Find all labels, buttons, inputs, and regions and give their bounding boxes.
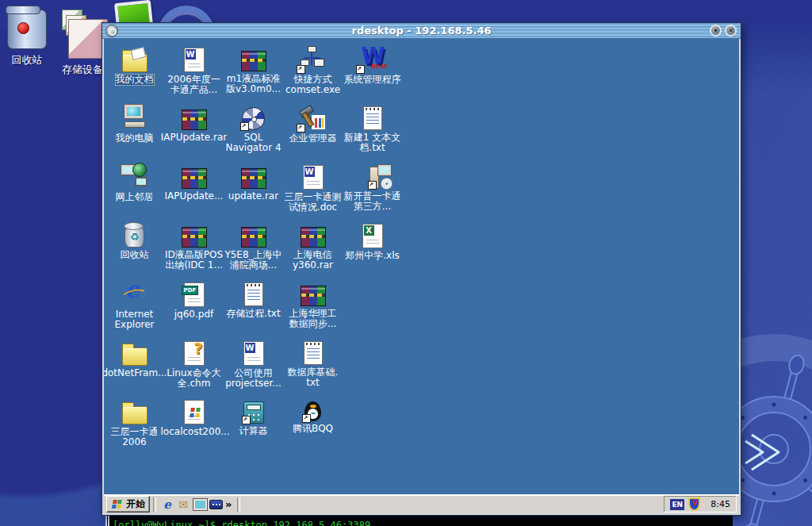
shortcut-arrow-icon: [368, 181, 377, 190]
empty-cell: [343, 280, 402, 339]
icon-label: 存储设备: [62, 63, 103, 75]
desktop-icon[interactable]: 存储过程.txt: [224, 280, 283, 339]
desktop-icon[interactable]: 2006年度一卡通产品...: [164, 45, 224, 104]
icon-label: 三层一卡通 2006: [105, 427, 164, 447]
notepad-icon: [304, 341, 323, 365]
desktop-icon[interactable]: m1液晶标准版v3.0m0...: [224, 45, 283, 104]
icon-row: Internet Explorerjq60.pdf存储过程.txt上海华理工 数…: [104, 280, 739, 339]
icon-row: 我的文档2006年度一卡通产品...m1液晶标准版v3.0m0...快捷方式 c…: [104, 45, 739, 104]
window-menu-icon[interactable]: [105, 25, 118, 37]
desktop-icon[interactable]: 存储设备: [59, 5, 106, 75]
desktop-icon[interactable]: 企业管理器: [283, 104, 343, 163]
shortcut-arrow-icon: [240, 122, 249, 131]
window-title: rdesktop - 192.168.5.46: [102, 23, 741, 38]
calc-icon: [243, 401, 264, 424]
pdf-icon: [184, 282, 205, 307]
media-player-quicklaunch-icon[interactable]: [209, 500, 223, 509]
word-icon: [303, 165, 324, 190]
desktop-icon[interactable]: 回收站: [105, 221, 164, 280]
quicklaunch-overflow-chevron[interactable]: »: [223, 497, 234, 512]
desktop-icon[interactable]: 三层一卡通 2006: [105, 397, 164, 456]
desktop-icon[interactable]: Internet Explorer: [105, 280, 164, 339]
desktop-icon[interactable]: dotNetFram...: [105, 339, 164, 397]
desktop-icon[interactable]: 我的电脑: [105, 104, 164, 163]
desktop-icon[interactable]: 上海华理工 数据同步...: [283, 280, 343, 339]
desktop-icon[interactable]: 我的文档: [105, 45, 164, 104]
compass-icon: [242, 107, 265, 130]
icon-label: 计算器: [239, 426, 268, 436]
antivirus-shield-icon[interactable]: [688, 497, 700, 511]
icon-label: 郑州中学.xls: [345, 251, 400, 261]
desktop-icon[interactable]: 郑州中学.xls: [343, 221, 402, 280]
icon-label: Linux命令大全.chm: [164, 368, 224, 389]
comset-icon: [299, 46, 327, 72]
icon-label: 公司使用 projectser...: [224, 368, 283, 389]
desktop-icon[interactable]: 系统管理程序: [343, 45, 402, 104]
desktop-icon[interactable]: Y5E8_上海中浦院商场...: [224, 221, 283, 280]
desktop-icon[interactable]: 计算器: [224, 397, 283, 456]
close-button[interactable]: ✕: [725, 25, 737, 36]
desktop-icon[interactable]: IAPUpdate...: [164, 163, 224, 221]
icon-row: 回收站ID液晶版POS出纳(IDC 1...Y5E8_上海中浦院商场...上海电…: [104, 221, 739, 280]
trash-icon: [7, 10, 47, 49]
rar-icon: [182, 227, 207, 248]
desktop-icon[interactable]: 上海电信 y360.rar: [283, 221, 343, 280]
icon-label: 我的文档: [116, 75, 154, 85]
icon-label: 三层一卡通测试情况.doc: [283, 192, 343, 213]
rar-icon: [301, 286, 326, 306]
icon-label: localcost200...: [161, 427, 228, 437]
desktop-icon[interactable]: 腾讯BQQ: [283, 397, 343, 456]
desktop-icon[interactable]: 网上邻居: [105, 163, 164, 221]
icon-label: 企业管理器: [289, 133, 337, 144]
chm-icon: [184, 341, 205, 366]
desktop-icon[interactable]: jq60.pdf: [164, 280, 224, 339]
remote-icon-grid: 我的文档2006年度一卡通产品...m1液晶标准版v3.0m0...快捷方式 c…: [104, 39, 739, 494]
desktop-icon[interactable]: Linux命令大全.chm: [164, 339, 224, 397]
taskbar-separator: [153, 497, 156, 512]
quick-launch: [159, 497, 223, 512]
desktop-icon[interactable]: 新建1 文本文档.txt: [343, 104, 402, 163]
desktop-icon[interactable]: ID液晶版POS出纳(IDC 1...: [164, 221, 224, 280]
tray-clock[interactable]: 8:45: [710, 497, 730, 512]
desktop-icon[interactable]: 公司使用 projectser...: [224, 339, 283, 397]
language-indicator[interactable]: EN: [670, 499, 684, 510]
icon-label: 新开普一卡通第三方...: [343, 191, 402, 212]
desktop-icon[interactable]: 新开普一卡通第三方...: [343, 163, 402, 221]
window-titlebar[interactable]: rdesktop - 192.168.5.46 ▾ ✕: [102, 23, 741, 39]
rdesktop-window: rdesktop - 192.168.5.46 ▾ ✕ 我的文档2006年度一卡…: [102, 22, 741, 516]
shortcut-arrow-icon: [297, 65, 305, 74]
desktop-icon[interactable]: 数据库基础. txt: [283, 339, 343, 397]
shade-button[interactable]: ▾: [710, 25, 722, 36]
word-icon: [243, 341, 264, 366]
shortcut-arrow-icon: [242, 416, 251, 424]
icon-row: 三层一卡通 2006localcost200...计算器腾讯BQQ: [104, 397, 739, 456]
desktop-icon[interactable]: 快捷方式 comset.exe: [283, 45, 343, 104]
desktop-icon[interactable]: SQL Navigator 4: [224, 104, 283, 163]
icon-label: 我的电脑: [116, 133, 154, 144]
window-client-area: 我的文档2006年度一卡通产品...m1液晶标准版v3.0m0...快捷方式 c…: [102, 39, 741, 515]
windows-flag-icon: [111, 499, 123, 509]
desktop-icon[interactable]: update.rar: [224, 163, 283, 221]
start-button[interactable]: 开始: [106, 496, 150, 513]
icon-label: IAPUpdate...: [165, 191, 224, 202]
taskbar-separator: [237, 497, 240, 512]
desktop-icon[interactable]: localcost200...: [164, 397, 224, 456]
desktop-icon[interactable]: 回收站: [3, 5, 51, 75]
remote-taskbar: 开始 » EN 8:45: [104, 494, 739, 513]
empty-cell: [343, 339, 402, 397]
installer-icon: [184, 400, 205, 424]
outlook-express-quicklaunch-icon[interactable]: [175, 497, 191, 512]
internet-explorer-quicklaunch-icon[interactable]: [159, 497, 175, 512]
icon-label: 数据库基础. txt: [283, 367, 343, 388]
icon-label: 2006年度一卡通产品...: [164, 75, 224, 95]
remote-desktop-surface[interactable]: 我的文档2006年度一卡通产品...m1液晶标准版v3.0m0...快捷方式 c…: [104, 39, 739, 494]
shortcut-arrow-icon: [356, 65, 365, 74]
system-tray: EN 8:45: [664, 496, 737, 513]
show-desktop-quicklaunch-icon[interactable]: [193, 499, 207, 510]
desktop-icon[interactable]: 三层一卡通测试情况.doc: [283, 163, 343, 221]
icon-label: m1液晶标准版v3.0m0...: [224, 74, 283, 94]
desktop-icon[interactable]: IAPUpdate.rar: [164, 104, 224, 163]
empty-cell: [343, 397, 402, 456]
host-terminal-window[interactable]: [orlly@WyLinux ~]$ rdesktop 192.168.5.46…: [105, 516, 733, 526]
start-label: 开始: [126, 497, 145, 511]
